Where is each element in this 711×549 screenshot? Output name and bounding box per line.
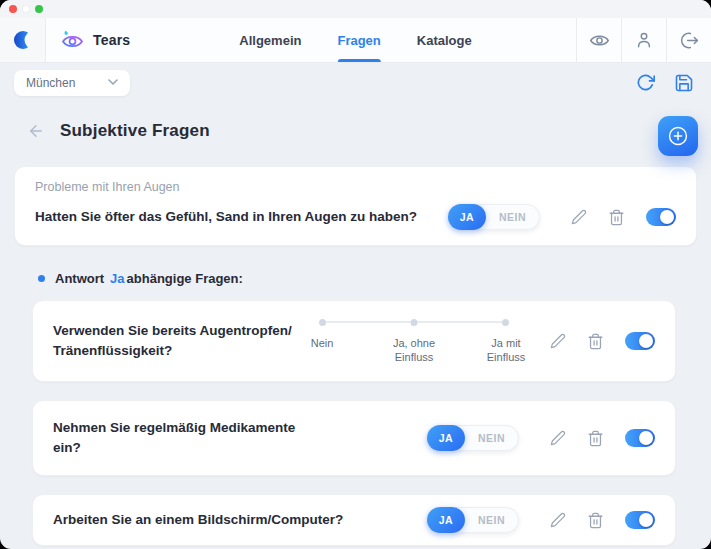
plus-circle-icon	[667, 125, 689, 147]
logout-button[interactable]	[666, 18, 711, 62]
slider-dot[interactable]	[319, 319, 326, 326]
maximize-window-button[interactable]	[35, 5, 43, 13]
question-text: Arbeiten Sie an einem Bildschirm/Compute…	[53, 510, 343, 530]
window-titlebar	[0, 0, 711, 18]
dependent-question-card: Verwenden Sie bereits Augentropfen/​Trän…	[32, 300, 676, 382]
bullet-dot	[38, 275, 45, 282]
trash-icon	[587, 512, 604, 529]
header-actions	[576, 18, 711, 62]
yes-no-switch[interactable]: JA NEIN	[427, 425, 519, 451]
chevron-down-icon	[108, 79, 118, 86]
refresh-button[interactable]	[632, 70, 658, 96]
toolbar-actions	[632, 70, 697, 96]
question-enabled-toggle[interactable]	[625, 511, 655, 529]
question-controls	[550, 332, 655, 350]
question-text: Nehmen Sie regelmäßig Medikamente ein?	[53, 418, 305, 459]
slider-option-label: Ja, ohne Einfluss	[382, 336, 446, 366]
save-icon	[674, 73, 694, 93]
back-button[interactable]	[27, 122, 45, 140]
pencil-icon	[550, 512, 566, 528]
question-group-label: Probleme mit Ihren Augen	[35, 180, 676, 194]
crescent-logo-icon	[13, 30, 33, 50]
sub-toolbar: München	[0, 63, 711, 102]
question-enabled-toggle[interactable]	[646, 208, 676, 226]
arrow-left-icon	[27, 122, 45, 140]
pencil-icon	[550, 333, 566, 349]
yes-no-switch[interactable]: JA NEIN	[448, 204, 540, 230]
slider-labels: Nein Ja, ohne Einfluss Ja mit Einfluss	[319, 336, 509, 368]
edit-question-button[interactable]	[550, 430, 566, 446]
question-text: Hatten Sie öfter das Gefühl, Sand in Ihr…	[35, 207, 417, 227]
trash-icon	[587, 333, 604, 350]
question-enabled-toggle[interactable]	[625, 429, 655, 447]
slider-option-label: Ja mit Einfluss	[474, 336, 538, 366]
app-logo-button[interactable]	[0, 18, 46, 62]
dependent-question-card: Arbeiten Sie an einem Bildschirm/Compute…	[32, 494, 676, 546]
toggle-knob	[639, 431, 653, 445]
user-icon	[634, 30, 654, 50]
dep-label-answer: Ja	[110, 271, 124, 286]
brand-name: Tears	[93, 32, 130, 48]
dep-label-prefix: Antwort	[55, 271, 104, 286]
logout-icon	[679, 30, 700, 51]
refresh-icon	[636, 73, 655, 92]
page-head: Subjektive Fragen	[14, 102, 697, 159]
no-option[interactable]: NEIN	[465, 432, 518, 444]
yes-no-switch[interactable]: JA NEIN	[427, 507, 519, 533]
app-window: Tears Allgemein Fragen Kataloge	[0, 0, 711, 549]
delete-question-button[interactable]	[587, 430, 604, 447]
trash-icon	[608, 209, 625, 226]
toggle-knob	[639, 513, 653, 527]
edit-question-button[interactable]	[550, 333, 566, 349]
slider-track[interactable]	[319, 319, 509, 326]
yes-option[interactable]: JA	[427, 507, 465, 533]
tab-kataloge[interactable]: Kataloge	[417, 18, 472, 62]
dependent-question-card: Nehmen Sie regelmäßig Medikamente ein? J…	[32, 400, 676, 476]
delete-question-button[interactable]	[587, 512, 604, 529]
location-select-value: München	[26, 76, 75, 90]
question-controls: JA NEIN	[448, 204, 676, 230]
main-nav: Allgemein Fragen Kataloge	[239, 18, 471, 62]
slider-option-label: Nein	[290, 336, 354, 351]
pencil-icon	[571, 209, 587, 225]
yes-option[interactable]: JA	[427, 425, 465, 451]
preview-button[interactable]	[576, 18, 621, 62]
tab-fragen[interactable]: Fragen	[337, 18, 380, 62]
app-header: Tears Allgemein Fragen Kataloge	[0, 18, 711, 63]
page-title: Subjektive Fragen	[60, 121, 210, 141]
toggle-knob	[660, 210, 674, 224]
brand: Tears	[46, 18, 130, 62]
toggle-knob	[639, 334, 653, 348]
edit-question-button[interactable]	[550, 512, 566, 528]
trash-icon	[587, 430, 604, 447]
question-controls: JA NEIN	[427, 507, 655, 533]
pencil-icon	[550, 430, 566, 446]
delete-question-button[interactable]	[587, 333, 604, 350]
save-button[interactable]	[671, 70, 697, 96]
delete-question-button[interactable]	[608, 209, 625, 226]
tab-allgemein[interactable]: Allgemein	[239, 18, 301, 62]
dependent-questions-label: Antwort Ja abhängige Fragen:	[14, 271, 697, 286]
question-text: Verwenden Sie bereits Augentropfen/​Trän…	[53, 321, 305, 362]
parent-question-card: Probleme mit Ihren Augen Hatten Sie öfte…	[14, 166, 697, 246]
answer-slider[interactable]: Nein Ja, ohne Einfluss Ja mit Einfluss	[319, 319, 509, 368]
question-enabled-toggle[interactable]	[625, 332, 655, 350]
dep-label-suffix: abhängige Fragen:	[127, 271, 243, 286]
no-option[interactable]: NEIN	[486, 211, 539, 223]
question-controls: JA NEIN	[427, 425, 655, 451]
slider-dot[interactable]	[502, 319, 509, 326]
no-option[interactable]: NEIN	[465, 514, 518, 526]
yes-option[interactable]: JA	[448, 204, 486, 230]
account-button[interactable]	[621, 18, 666, 62]
eye-icon	[589, 30, 610, 51]
slider-dot[interactable]	[411, 319, 418, 326]
close-window-button[interactable]	[9, 5, 17, 13]
edit-question-button[interactable]	[571, 209, 587, 225]
location-select[interactable]: München	[14, 70, 130, 96]
tears-eye-icon	[61, 30, 84, 50]
page-content: Subjektive Fragen Probleme mit Ihren Aug…	[0, 102, 711, 546]
add-question-button[interactable]	[658, 116, 698, 156]
minimize-window-button[interactable]	[22, 5, 30, 13]
